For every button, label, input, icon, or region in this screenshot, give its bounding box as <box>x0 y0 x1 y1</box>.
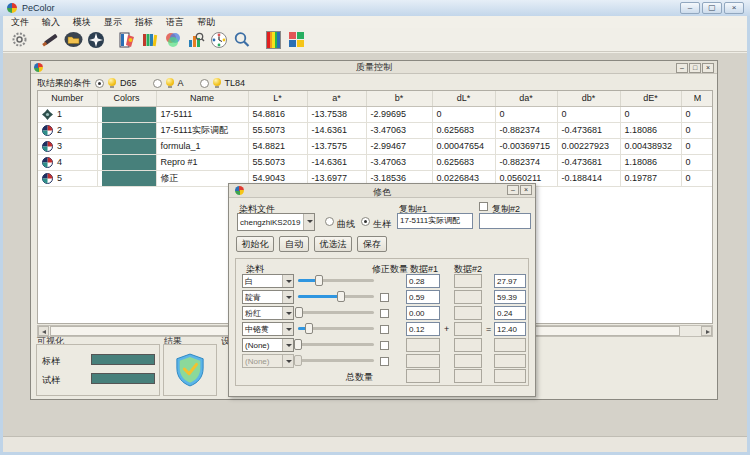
color-mosaic-icon[interactable] <box>286 30 306 50</box>
color-gauge-icon[interactable] <box>209 30 229 50</box>
data2-field-4[interactable] <box>454 322 482 336</box>
dialog-titlebar[interactable]: 修色 – × <box>229 184 535 198</box>
dye-file-select[interactable]: chengzhiKS2019 <box>237 213 315 231</box>
row-checkbox-6 <box>380 357 389 366</box>
chart-magnifier-icon[interactable] <box>186 30 206 50</box>
menu-help[interactable]: 帮助 <box>195 16 217 29</box>
chevron-down-icon[interactable] <box>303 214 314 230</box>
scroll-right-icon[interactable] <box>701 326 712 336</box>
curve-radio-label: 曲线 <box>337 218 355 231</box>
dye-select-1[interactable]: 白 <box>242 274 294 288</box>
auto-button[interactable]: 自动 <box>279 236 309 252</box>
dialog-close-button[interactable]: × <box>520 185 532 195</box>
col-dE[interactable]: dE* <box>620 91 681 106</box>
col-db[interactable]: db* <box>557 91 620 106</box>
data1-field-3[interactable]: 0.00 <box>406 306 440 320</box>
data2-field-1[interactable] <box>454 274 482 288</box>
palette-book-icon[interactable] <box>117 30 137 50</box>
menu-language[interactable]: 语言 <box>164 16 186 29</box>
chevron-down-icon[interactable] <box>282 323 293 335</box>
data1-field-5[interactable] <box>406 338 440 352</box>
close-button[interactable]: × <box>724 2 744 14</box>
col-colors[interactable]: Colors <box>97 91 156 106</box>
illuminant-a-radio[interactable] <box>153 79 162 88</box>
amount-slider-2[interactable] <box>298 291 374 302</box>
main-window: PeColor – ▢ × 文件 输入 模块 显示 指标 语言 帮助 <box>0 0 750 455</box>
col-b[interactable]: b* <box>366 91 432 106</box>
table-row[interactable]: 2 17-5111实际调配 55.5073 -14.6361 -3.47063 … <box>38 122 713 138</box>
result-field-2[interactable]: 59.39 <box>494 290 526 304</box>
copy2-checkbox[interactable] <box>479 202 488 211</box>
initialize-button[interactable]: 初始化 <box>236 236 274 252</box>
sample-radio[interactable] <box>361 217 370 226</box>
dialog-icon <box>235 186 244 195</box>
result-field-5[interactable] <box>494 338 526 352</box>
dialog-minimize-button[interactable]: – <box>507 185 519 195</box>
chevron-down-icon[interactable] <box>282 339 293 351</box>
menu-input[interactable]: 输入 <box>40 16 62 29</box>
settings-gear-icon[interactable] <box>9 30 29 50</box>
dye-select-3[interactable]: 粉红 <box>242 306 294 320</box>
chevron-down-icon[interactable] <box>282 291 293 303</box>
dye-select-4[interactable]: 中铬黄 <box>242 322 294 336</box>
standard-icon <box>42 109 53 120</box>
col-L[interactable]: L* <box>248 91 307 106</box>
optimize-button[interactable]: 优选法 <box>314 236 352 252</box>
maximize-button[interactable]: ▢ <box>702 2 722 14</box>
menu-display[interactable]: 显示 <box>102 16 124 29</box>
magnifier-icon[interactable] <box>232 30 252 50</box>
amount-slider-1[interactable] <box>298 275 374 286</box>
rainbow-strip-icon[interactable] <box>263 30 283 50</box>
col-M[interactable]: M <box>681 91 713 106</box>
col-dL[interactable]: dL* <box>432 91 495 106</box>
table-row[interactable]: 4 Repro #1 55.5073 -14.6361 -3.47063 0.6… <box>38 154 713 170</box>
menu-module[interactable]: 模块 <box>71 16 93 29</box>
col-da[interactable]: da* <box>495 91 557 106</box>
col-number[interactable]: Number <box>38 91 97 106</box>
amount-slider-3[interactable] <box>298 307 374 318</box>
dye-select-5[interactable]: (None) <box>242 338 294 352</box>
data1-field-4[interactable]: 0.12 <box>406 322 440 336</box>
color-wheel-icon[interactable] <box>163 30 183 50</box>
data1-field-2[interactable]: 0.59 <box>406 290 440 304</box>
illuminant-tl84-radio[interactable] <box>200 79 209 88</box>
result-field-3[interactable]: 0.24 <box>494 306 526 320</box>
amount-slider-4[interactable] <box>298 323 374 334</box>
row-checkbox-2[interactable] <box>380 293 389 302</box>
data2-field-5[interactable] <box>454 338 482 352</box>
main-titlebar[interactable]: PeColor – ▢ × <box>0 0 750 16</box>
minimize-button[interactable]: – <box>680 2 700 14</box>
copy1-field[interactable]: 17-5111实际调配 <box>397 213 473 229</box>
result-field-4[interactable]: 12.40 <box>494 322 526 336</box>
menu-index[interactable]: 指标 <box>133 16 155 29</box>
dye-select-2[interactable]: 靛青 <box>242 290 294 304</box>
qc-titlebar[interactable]: 质量控制 – □ × <box>31 61 717 74</box>
row-checkbox-5[interactable] <box>380 341 389 350</box>
qc-close-button[interactable]: × <box>702 63 714 73</box>
chevron-down-icon[interactable] <box>282 275 293 287</box>
qc-maximize-button[interactable]: □ <box>689 63 701 73</box>
illuminant-d65-radio[interactable] <box>95 79 104 88</box>
menu-file[interactable]: 文件 <box>9 16 31 29</box>
row-checkbox-4[interactable] <box>380 325 389 334</box>
table-row[interactable]: 3 formula_1 54.8821 -13.7575 -2.99467 0.… <box>38 138 713 154</box>
table-row[interactable]: 1 17-5111 54.8816 -13.7538 -2.99695 0 0 … <box>38 106 713 122</box>
data1-field-1[interactable]: 0.28 <box>406 274 440 288</box>
compass-icon[interactable] <box>86 30 106 50</box>
marker-pen-icon[interactable] <box>40 30 60 50</box>
color-books-icon[interactable] <box>140 30 160 50</box>
copy2-field[interactable] <box>479 213 531 229</box>
folder-icon[interactable] <box>63 30 83 50</box>
curve-radio[interactable] <box>325 217 334 226</box>
data2-field-2[interactable] <box>454 290 482 304</box>
total-data1-field <box>406 369 440 383</box>
row-checkbox-3[interactable] <box>380 309 389 318</box>
data2-field-3[interactable] <box>454 306 482 320</box>
col-a[interactable]: a* <box>307 91 366 106</box>
qc-minimize-button[interactable]: – <box>676 63 688 73</box>
chevron-down-icon[interactable] <box>282 307 293 319</box>
result-field-1[interactable]: 27.97 <box>494 274 526 288</box>
save-button[interactable]: 保存 <box>357 236 387 252</box>
amount-slider-5[interactable] <box>298 339 374 350</box>
col-name[interactable]: Name <box>156 91 248 106</box>
